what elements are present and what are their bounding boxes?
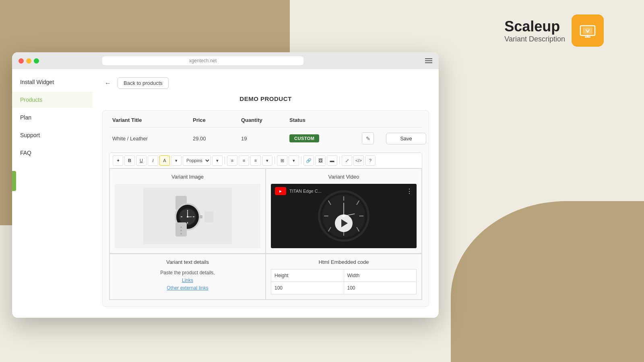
content-grid-top: Variant Image <box>109 169 422 254</box>
text-area-content: Paste the product details, Links Other e… <box>115 269 260 292</box>
product-title: DEMO PRODUCT <box>102 95 429 102</box>
toolbar-image-btn[interactable]: 🖼 <box>315 155 326 166</box>
browser-chrome: xgentech.net <box>12 52 439 69</box>
browser-content: Install Widget Products Plan Support FAQ… <box>12 69 439 318</box>
bg-shape-bottom <box>451 201 644 362</box>
toolbar-color-btn[interactable]: A <box>159 155 170 166</box>
address-text: xgentech.net <box>189 58 217 64</box>
sidebar-item-faq[interactable]: FAQ <box>12 145 93 161</box>
minimize-button[interactable] <box>26 58 31 64</box>
col-quantity: Quantity <box>241 117 289 123</box>
toolbar-table-btn[interactable]: ⊞ <box>277 155 287 166</box>
sidebar-item-products[interactable]: Products <box>12 92 93 108</box>
toolbar-ul-btn[interactable]: ≡ <box>227 155 237 166</box>
sidebar-item-support[interactable]: Support <box>12 127 93 143</box>
toolbar-bold-btn[interactable]: B <box>124 155 135 166</box>
brand-text: Scaleup Variant Description <box>504 18 565 43</box>
links-link[interactable]: Links <box>182 278 193 283</box>
svg-point-22 <box>180 233 182 234</box>
close-button[interactable] <box>19 58 24 64</box>
quantity-value: 19 <box>241 136 289 142</box>
toolbar-magic-btn[interactable]: ✦ <box>113 155 123 166</box>
back-to-products-button[interactable]: Back to products <box>118 77 169 89</box>
toolbar-table-arrow-btn[interactable]: ▾ <box>289 155 299 166</box>
youtube-logo: ▶ <box>275 187 286 195</box>
brand-name: Scaleup <box>504 18 565 35</box>
edit-button[interactable]: ✎ <box>362 132 374 144</box>
product-table-section: Variant Title Price Quantity Status Whit… <box>102 110 429 307</box>
toolbar-sep-2 <box>275 156 275 165</box>
browser-menu-button[interactable] <box>425 58 432 63</box>
video-container[interactable]: ▶ TITAN Edge C... ⋮ <box>271 184 417 248</box>
browser-window: xgentech.net Install Widget Products Pla… <box>12 52 439 318</box>
video-play-button[interactable] <box>335 214 353 232</box>
variant-image-container <box>115 184 260 248</box>
svg-point-17 <box>187 216 188 218</box>
toolbar-sep-4 <box>339 156 340 165</box>
content-grid-bottom: Variant text details Paste the product d… <box>109 254 422 300</box>
col-edit <box>362 117 386 123</box>
brand-icon <box>572 14 604 47</box>
toolbar-font-select[interactable]: Poppins Arial Georgia <box>183 155 211 166</box>
height-value[interactable]: 100 <box>271 282 344 294</box>
text-line-1: Paste the product details, <box>160 270 215 276</box>
sidebar-item-plan[interactable]: Plan <box>12 109 93 125</box>
video-more-icon[interactable]: ⋮ <box>406 187 413 195</box>
toolbar-underline-btn[interactable]: U <box>136 155 147 166</box>
brand-area: Scaleup Variant Description <box>504 14 604 47</box>
variant-text-label: Variant text details <box>115 259 260 265</box>
toolbar-align-arrow-btn[interactable]: ▾ <box>262 155 272 166</box>
toolbar-media-btn[interactable]: ▬ <box>327 155 337 166</box>
col-variant-title: Variant Title <box>112 117 193 123</box>
toolbar-arrow-btn[interactable]: ▾ <box>212 155 223 166</box>
video-title: TITAN Edge C... <box>289 189 322 193</box>
other-links[interactable]: Other external links <box>167 285 208 291</box>
video-top-bar: ▶ TITAN Edge C... ⋮ <box>271 184 417 198</box>
height-label: Height <box>271 269 344 282</box>
status-badge: CUSTOM <box>289 134 362 142</box>
toolbar-sep-1 <box>225 156 225 165</box>
video-overlay: ▶ TITAN Edge C... ⋮ <box>271 184 417 248</box>
toolbar-ol-btn[interactable]: ≡ <box>239 155 249 166</box>
toolbar-sep-3 <box>301 156 301 165</box>
variant-video-label: Variant Video <box>271 174 417 180</box>
col-price: Price <box>193 117 241 123</box>
watch-image <box>143 188 232 244</box>
play-icon <box>341 219 348 227</box>
toolbar-color-arrow-btn[interactable]: ▾ <box>171 155 182 166</box>
save-button[interactable]: Save <box>386 133 426 144</box>
toolbar-italic-btn[interactable]: I <box>148 155 158 166</box>
svg-rect-18 <box>199 215 202 218</box>
svg-rect-23 <box>204 211 213 222</box>
brand-subtitle: Variant Description <box>504 35 565 43</box>
col-status: Status <box>289 117 362 123</box>
width-value[interactable]: 100 <box>344 282 417 294</box>
toolbar-code-btn[interactable]: </> <box>353 155 364 166</box>
price-value: 29.00 <box>193 136 241 142</box>
maximize-button[interactable] <box>34 58 39 64</box>
traffic-lights <box>19 58 39 64</box>
table-header: Variant Title Price Quantity Status <box>109 117 422 128</box>
variant-image-cell: Variant Image <box>109 169 266 253</box>
sidebar: Install Widget Products Plan Support FAQ <box>12 69 93 318</box>
variant-image-label: Variant Image <box>115 174 260 180</box>
table-row: White / Leather 29.00 19 CUSTOM ✎ Save <box>109 128 422 149</box>
html-embed-label: Html Embedded code <box>271 259 417 265</box>
variant-text-cell: Variant text details Paste the product d… <box>109 254 266 300</box>
width-label: Width <box>344 269 417 282</box>
address-bar[interactable]: xgentech.net <box>102 56 303 65</box>
back-nav: ← Back to products <box>102 77 429 89</box>
variant-video-cell: Variant Video <box>266 169 422 253</box>
toolbar-link-btn[interactable]: 🔗 <box>303 155 314 166</box>
toolbar-fullscreen-btn[interactable]: ⤢ <box>342 155 352 166</box>
variant-title-value: White / Leather <box>112 136 193 142</box>
main-content: ← Back to products DEMO PRODUCT Variant … <box>93 69 439 318</box>
left-sidebar-tab[interactable] <box>12 171 16 191</box>
toolbar-align-btn[interactable]: ≡ <box>250 155 261 166</box>
svg-point-20 <box>180 226 182 228</box>
html-embed-cell: Html Embedded code Height Width 100 100 <box>266 254 422 300</box>
back-arrow-icon[interactable]: ← <box>102 78 114 89</box>
svg-point-21 <box>180 230 182 231</box>
toolbar-help-btn[interactable]: ? <box>365 155 376 166</box>
sidebar-item-install-widget[interactable]: Install Widget <box>12 74 93 90</box>
